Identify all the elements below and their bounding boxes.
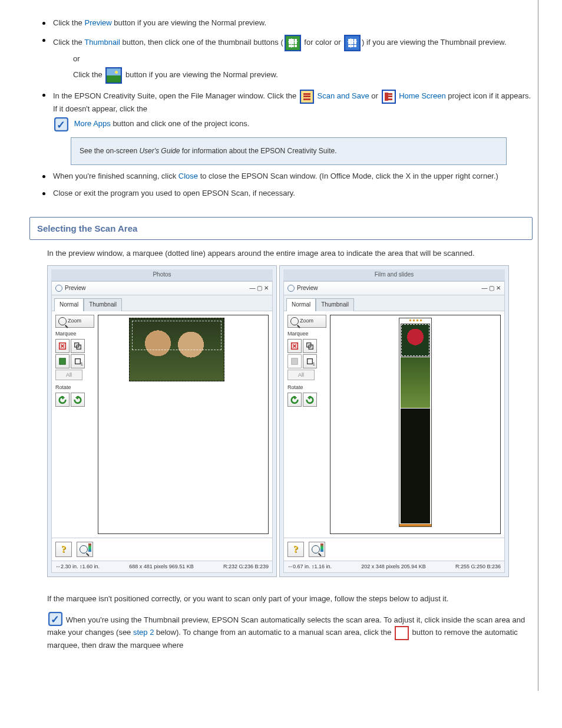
filmstrip-preview[interactable] xyxy=(399,318,432,527)
densitometer-button[interactable] xyxy=(309,542,325,557)
or-text: or xyxy=(73,54,533,65)
svg-rect-3 xyxy=(59,358,66,365)
zoom-button[interactable]: Zoom xyxy=(55,315,94,328)
caption-film: Film and slides xyxy=(283,269,505,281)
film-frame-1[interactable] xyxy=(401,324,430,357)
caption-photos: Photos xyxy=(51,269,273,281)
tip-icon xyxy=(48,612,62,626)
home-screen-icon xyxy=(382,90,396,104)
preview-titlebar-a: Preview — ▢ ✕ xyxy=(52,282,272,296)
picture-icon xyxy=(105,67,122,84)
dog-photo-marquee[interactable] xyxy=(129,318,224,381)
para-final-note: When you're using the Thumbnail preview,… xyxy=(47,612,533,651)
max-button[interactable]: ▢ xyxy=(257,285,262,291)
close-button[interactable]: ✕ xyxy=(264,285,269,291)
thumbnail-color-icon xyxy=(285,35,301,51)
preview-app-icon xyxy=(287,285,295,292)
more-apps-icon xyxy=(54,117,68,131)
tab-thumbnail[interactable]: Thumbnail xyxy=(84,298,122,311)
rotate-left-button[interactable] xyxy=(287,393,302,407)
max-button[interactable]: ▢ xyxy=(489,285,494,291)
svg-rect-4 xyxy=(75,358,81,364)
min-button[interactable]: — xyxy=(249,285,255,291)
link-close[interactable]: Close xyxy=(178,172,198,180)
section-title: Selecting the Scan Area xyxy=(29,217,533,241)
help-button[interactable]: ? xyxy=(55,542,72,557)
copy-marquee-button[interactable] xyxy=(71,339,85,353)
copy-marquee-button[interactable] xyxy=(303,339,317,353)
tab-normal[interactable]: Normal xyxy=(54,298,84,311)
min-button[interactable]: — xyxy=(481,285,487,291)
preview-canvas-a[interactable] xyxy=(98,315,269,534)
figure-photos: Photos Preview — ▢ ✕ Normal Thumbnail Zo… xyxy=(47,265,277,577)
rotate-right-button[interactable] xyxy=(71,393,85,407)
help-button[interactable]: ? xyxy=(287,542,304,557)
auto-locate-button[interactable] xyxy=(55,339,70,353)
densitometer-button[interactable] xyxy=(77,542,93,557)
preview-canvas-b[interactable] xyxy=(330,315,501,534)
marquee-label: Marquee xyxy=(55,330,94,338)
link-step2[interactable]: step 2 xyxy=(133,628,154,637)
rotate-left-button[interactable] xyxy=(55,393,70,407)
link-thumbnail[interactable]: Thumbnail xyxy=(84,38,120,47)
note-users-guide: See the on-screen User's Guide for infor… xyxy=(71,137,507,165)
section-intro: In the preview window, a marquee (dotted… xyxy=(47,248,533,259)
tab-thumbnail[interactable]: Thumbnail xyxy=(316,298,354,311)
bullet-normal-picture: Click the button if you are viewing the … xyxy=(73,67,533,84)
status-bar-a: ↔2.30 in. ↕1.60 in. 688 x 481 pixels 969… xyxy=(52,561,272,572)
close-button[interactable]: ✕ xyxy=(496,285,501,291)
film-frame-2 xyxy=(401,357,430,408)
auto-locate-button[interactable] xyxy=(287,339,302,353)
delete-marquee-button[interactable]: 1 xyxy=(303,354,317,368)
preview-app-icon xyxy=(55,285,62,292)
bullet-preview-normal: Click the Preview button if you are view… xyxy=(53,18,533,29)
bullet-thumbnail: Click the Thumbnail button, then click o… xyxy=(53,35,533,84)
svg-rect-8 xyxy=(292,358,298,365)
auto-locate-inline-icon xyxy=(395,626,409,640)
film-frame-blank xyxy=(401,409,430,523)
para-adjust-marquee: If the marquee isn't positioned correctl… xyxy=(47,594,533,605)
rotate-right-button[interactable] xyxy=(303,393,317,407)
new-marquee-button[interactable] xyxy=(55,354,70,368)
link-scan-save[interactable]: Scan and Save xyxy=(318,91,369,100)
svg-rect-9 xyxy=(308,358,313,364)
preview-titlebar-b: Preview — ▢ ✕ xyxy=(284,282,504,296)
bullet-creativity-suite: In the EPSON Creativity Suite, open the … xyxy=(53,90,533,165)
status-bar-b: ↔0.67 in. ↕1.16 in. 202 x 348 pixels 205… xyxy=(284,561,504,572)
bullet-close: When you're finished scanning, click Clo… xyxy=(53,171,533,182)
link-preview[interactable]: Preview xyxy=(84,18,111,27)
select-all-button[interactable]: All xyxy=(55,370,82,380)
figures-row: Photos Preview — ▢ ✕ Normal Thumbnail Zo… xyxy=(47,265,533,577)
figure-film: Film and slides Preview — ▢ ✕ Normal Thu… xyxy=(279,265,509,577)
select-all-button[interactable]: All xyxy=(287,370,315,380)
thumbnail-mono-icon xyxy=(344,35,361,51)
marquee-label: Marquee xyxy=(287,330,326,338)
bullet-exit: Close or exit the program you used to op… xyxy=(53,188,533,199)
rotate-label: Rotate xyxy=(287,384,326,391)
new-marquee-button[interactable] xyxy=(287,354,302,368)
link-home-screen[interactable]: Home Screen xyxy=(399,91,445,100)
tab-normal[interactable]: Normal xyxy=(286,298,316,311)
scan-save-icon xyxy=(300,90,314,104)
link-more-apps[interactable]: More Apps xyxy=(74,119,111,128)
rotate-label: Rotate xyxy=(55,384,94,391)
delete-marquee-button[interactable]: 1 xyxy=(71,354,85,368)
zoom-button[interactable]: Zoom xyxy=(287,315,326,328)
